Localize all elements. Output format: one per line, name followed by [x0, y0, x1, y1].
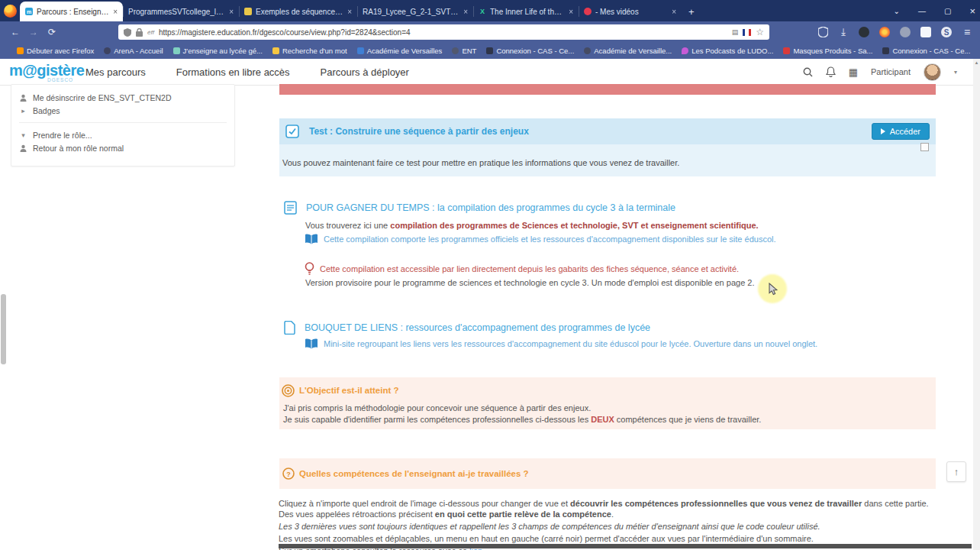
bookmark-item[interactable]: Débuter avec Firefox: [17, 47, 94, 55]
scroll-up-icon[interactable]: ▲: [973, 59, 980, 66]
bookmark-item[interactable]: Recherche d'un mot: [272, 47, 347, 55]
deux-highlight: DEUX: [591, 415, 614, 424]
tab-inner-life[interactable]: X The Inner Life of the Cell - Cell ×: [473, 2, 579, 21]
bookmark-item[interactable]: Les Podcasts de LUDO...: [682, 47, 773, 55]
objective-title: L'Objectif est-il atteint ?: [299, 386, 399, 395]
bookmark-label: J'enseigne au lycée gé...: [183, 47, 263, 55]
scrollbar-thumb[interactable]: [1, 294, 6, 364]
bookmark-label: Les Podcasts de LUDO...: [691, 47, 773, 55]
sidebar-item-badges[interactable]: ▸ Badges: [19, 104, 227, 117]
section-title-label: POUR GAGNER DU TEMPS : la compilation de…: [306, 202, 675, 213]
tab-label: Exemples de séquences et d'ac: [256, 8, 343, 16]
nav-parcours-deployer[interactable]: Parcours à déployer: [321, 66, 409, 78]
back-to-top-button[interactable]: ↑: [946, 461, 966, 482]
bookmark-item[interactable]: Académie de Versailles: [357, 47, 443, 55]
url-text[interactable]: https://magistere.education.fr/dgesco/co…: [159, 28, 727, 37]
tab-mes-videos[interactable]: - Mes vidéos ×: [579, 2, 682, 21]
firefox-account-icon[interactable]: [879, 27, 890, 37]
bookmark-favicon-icon: [357, 47, 364, 54]
tab-label: RA19_Lycee_G_2-1_SVT_Exploitatio: [363, 8, 459, 16]
sidebar-item-return-role[interactable]: Retour à mon rôle normal: [19, 141, 227, 154]
logo-subtitle: DGESCO: [47, 77, 73, 82]
section-title-label: BOUQUET DE LIENS : ressources d'accompag…: [305, 322, 650, 333]
doc-favicon-icon: [244, 8, 252, 15]
bookmark-item[interactable]: Connexion - CAS - Ce...: [882, 47, 970, 55]
bookmark-label: Connexion - CAS - Ce...: [892, 47, 970, 55]
chevron-right-icon: ▸: [19, 107, 27, 115]
test-activity-card: Test : Construire une séquence à partir …: [279, 118, 936, 176]
bookmark-favicon-icon: [584, 47, 591, 54]
book-line-label: Mini-site regroupant les liens vers les …: [324, 339, 817, 348]
x-favicon-icon: X: [479, 8, 486, 15]
bookmark-favicon-icon: [104, 47, 111, 54]
maximize-icon[interactable]: ▢: [944, 7, 951, 15]
tab-label: - Mes vidéos: [595, 8, 668, 16]
new-tab-button[interactable]: +: [688, 6, 695, 18]
minimize-icon[interactable]: —: [918, 7, 926, 15]
reader-mode-icon[interactable]: ▤: [732, 28, 739, 36]
list-tabs-icon[interactable]: ⌄: [894, 7, 900, 15]
back-icon[interactable]: ←: [6, 27, 24, 37]
pocket-extension-icon[interactable]: [900, 27, 911, 37]
bookmark-item[interactable]: Masques Produits - Sa...: [783, 47, 872, 55]
forward-icon[interactable]: →: [24, 27, 43, 37]
firefox-icon[interactable]: [4, 5, 17, 18]
tab-label: The Inner Life of the Cell - Cell: [490, 8, 565, 16]
bookmark-star-icon[interactable]: ☆: [756, 27, 764, 37]
tracking-shield-icon[interactable]: [124, 28, 131, 37]
avatar[interactable]: [924, 63, 941, 81]
tab-close-icon[interactable]: ×: [672, 8, 676, 16]
bookmark-favicon-icon: [682, 47, 688, 54]
lock-icon[interactable]: [136, 28, 143, 37]
chevron-down-icon[interactable]: ▾: [954, 69, 957, 76]
document-icon: [284, 201, 297, 215]
search-icon[interactable]: [803, 67, 813, 77]
nav-formations[interactable]: Formations en libre accès: [176, 66, 290, 78]
french-flag-icon[interactable]: [743, 29, 751, 36]
bookmark-item[interactable]: ENT: [452, 47, 476, 55]
bookmark-favicon-icon: [452, 47, 459, 54]
temps-book-line[interactable]: Cette compilation comporte les programme…: [305, 233, 776, 244]
download-icon[interactable]: ⤓: [838, 27, 849, 37]
page-scrollbar[interactable]: ▲: [973, 59, 980, 550]
tab-ra19[interactable]: RA19_Lycee_G_2-1_SVT_Exploitatio ×: [357, 2, 473, 21]
sidebar-item-switch-role[interactable]: ▾ Prendre le rôle...: [19, 128, 227, 141]
bookmark-item[interactable]: Connexion - CAS - Ce...: [486, 47, 574, 55]
liens-book-line[interactable]: Mini-site regroupant les liens vers les …: [305, 338, 817, 349]
tab-close-icon[interactable]: ×: [229, 8, 234, 16]
nav-mes-parcours[interactable]: Mes parcours: [85, 66, 146, 78]
section-temps-title[interactable]: POUR GAGNER DU TEMPS : la compilation de…: [284, 201, 675, 215]
tab-parcours[interactable]: m Parcours : Enseigner les scienc ×: [20, 2, 123, 21]
url-bar[interactable]: éff https://magistere.education.fr/dgesc…: [118, 24, 769, 40]
tab-close-icon[interactable]: ×: [347, 8, 352, 16]
objective-bullet-2: Je suis capable d'identifier parmi les c…: [283, 415, 761, 424]
messages-icon[interactable]: ▦: [849, 66, 858, 78]
tab-close-icon[interactable]: ×: [113, 8, 118, 16]
section-liens-title[interactable]: BOUQUET DE LIENS : ressources d'accompag…: [284, 321, 650, 335]
tab-close-icon[interactable]: ×: [569, 8, 573, 16]
close-window-icon[interactable]: ×: [969, 5, 975, 17]
tab-exemples[interactable]: Exemples de séquences et d'ac ×: [239, 2, 357, 21]
notes-extension-icon[interactable]: [920, 27, 931, 37]
menu-icon[interactable]: ≡: [962, 27, 972, 37]
test-title[interactable]: Test : Construire une séquence à partir …: [309, 126, 529, 137]
extension-icons: ⤓ S ≡: [818, 23, 972, 41]
page-icon: [284, 321, 295, 335]
bell-icon[interactable]: [826, 66, 836, 77]
competences-title: Quelles compétences de l'enseignant ai-j…: [299, 469, 529, 478]
bookmark-item[interactable]: J'enseigne au lycée gé...: [173, 47, 263, 55]
reload-icon[interactable]: ⟳: [43, 27, 61, 37]
competences-card: ? Quelles compétences de l'enseignant ai…: [279, 458, 936, 489]
tab-close-icon[interactable]: ×: [463, 8, 468, 16]
bookmark-item[interactable]: Académie de Versaille...: [584, 47, 672, 55]
tab-programmes-pdf[interactable]: ProgrammesSVTcollege_lycee.pdf ×: [123, 2, 239, 21]
protection-shield-icon[interactable]: [818, 27, 828, 37]
sidebar-item-unenrol[interactable]: Me désinscrire de ENS_SVT_CTEN2D: [19, 91, 227, 104]
github-extension-icon[interactable]: [859, 27, 869, 37]
sync-extension-icon[interactable]: S: [941, 27, 952, 37]
acceder-button[interactable]: Accéder: [872, 123, 930, 140]
user-icon: [19, 94, 27, 102]
completion-checkbox[interactable]: [920, 143, 929, 151]
permissions-badge: éff: [147, 29, 154, 36]
bookmark-item[interactable]: ArenA - Accueil: [104, 47, 163, 55]
